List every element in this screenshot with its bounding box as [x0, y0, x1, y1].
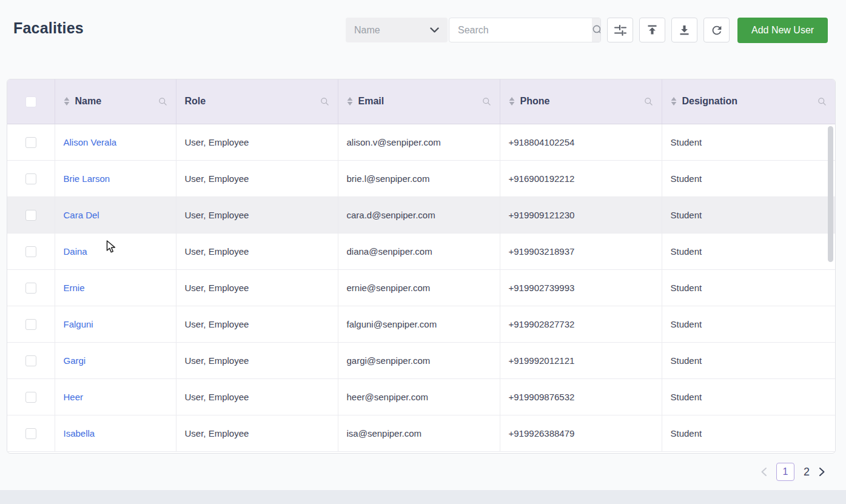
- email-cell: falguni@senpiper.com: [338, 306, 500, 342]
- user-name-link[interactable]: Ernie: [64, 283, 85, 293]
- email-cell: gargi@senpiper.com: [338, 342, 500, 378]
- upload-icon: [646, 24, 659, 36]
- designation-cell: Student: [662, 233, 835, 269]
- sort-icon[interactable]: [347, 97, 353, 106]
- column-header-email[interactable]: Email: [358, 96, 384, 107]
- pagination-prev-icon[interactable]: [760, 467, 767, 477]
- dropdown-selected-value: Name: [354, 25, 380, 36]
- chevron-down-icon: [430, 27, 439, 33]
- role-cell: User, Employee: [176, 197, 338, 233]
- table-row[interactable]: Alison Verala User, Employee alison.v@se…: [7, 124, 835, 160]
- role-cell: User, Employee: [176, 269, 338, 306]
- user-name-link[interactable]: Cara Del: [64, 210, 99, 220]
- phone-cell: +919909121230: [500, 197, 662, 233]
- email-cell: diana@senpiper.com: [338, 233, 500, 269]
- user-name-link[interactable]: Alison Verala: [64, 137, 117, 147]
- pagination-page-1[interactable]: 1: [776, 463, 794, 481]
- designation-cell: Student: [662, 415, 835, 451]
- email-cell: alison.v@senpiper.com: [338, 124, 500, 160]
- row-checkbox[interactable]: [25, 246, 36, 257]
- sort-icon[interactable]: [509, 97, 515, 106]
- role-cell: User, Employee: [176, 342, 338, 378]
- user-name-link[interactable]: Heer: [64, 392, 84, 402]
- row-checkbox[interactable]: [25, 355, 36, 366]
- table-row[interactable]: Heer User, Employee heer@senpiper.com +9…: [7, 378, 835, 415]
- column-search-icon[interactable]: [644, 97, 653, 106]
- vertical-scrollbar[interactable]: [827, 125, 834, 452]
- refresh-icon: [710, 24, 723, 37]
- toolbar: Name Add New User: [346, 18, 828, 43]
- table-row[interactable]: Brie Larson User, Employee brie.l@senpip…: [7, 160, 835, 197]
- designation-cell: Student: [662, 160, 835, 197]
- search-box: [449, 18, 601, 42]
- user-name-link[interactable]: Gargi: [64, 355, 86, 366]
- sort-icon[interactable]: [64, 97, 70, 106]
- upload-button[interactable]: [639, 18, 665, 42]
- designation-cell: Student: [662, 342, 835, 378]
- search-field-dropdown[interactable]: Name: [346, 18, 448, 42]
- user-name-link[interactable]: Falguni: [64, 319, 93, 329]
- user-name-link[interactable]: Brie Larson: [64, 173, 110, 184]
- users-table: Name Role Email Phone: [7, 79, 836, 454]
- refresh-button[interactable]: [703, 18, 730, 42]
- role-cell: User, Employee: [176, 124, 338, 160]
- search-icon: [592, 24, 601, 36]
- phone-cell: +919902739993: [500, 269, 662, 306]
- row-checkbox[interactable]: [25, 137, 36, 148]
- table-row[interactable]: Gargi User, Employee gargi@senpiper.com …: [7, 342, 835, 378]
- email-cell: cara.d@senpiper.com: [338, 197, 500, 233]
- table-row[interactable]: Falguni User, Employee falguni@senpiper.…: [7, 306, 835, 342]
- row-checkbox[interactable]: [25, 283, 36, 294]
- column-search-icon[interactable]: [158, 97, 167, 106]
- column-search-icon[interactable]: [482, 97, 491, 106]
- table-row[interactable]: Cara Del User, Employee cara.d@senpiper.…: [7, 197, 835, 233]
- scrollbar-thumb[interactable]: [828, 126, 833, 262]
- designation-cell: Student: [662, 378, 835, 415]
- role-cell: User, Employee: [176, 233, 338, 269]
- designation-cell: Student: [662, 269, 835, 306]
- designation-cell: Student: [662, 197, 835, 233]
- designation-cell: Student: [662, 124, 835, 160]
- phone-cell: +919909876532: [500, 378, 662, 415]
- column-search-icon[interactable]: [817, 97, 827, 106]
- phone-cell: +918804102254: [500, 124, 662, 160]
- filter-settings-icon: [614, 24, 627, 36]
- table-row[interactable]: Isabella User, Employee isa@senpiper.com…: [7, 415, 835, 451]
- row-checkbox[interactable]: [25, 210, 36, 221]
- email-cell: isa@senpiper.com: [338, 415, 500, 451]
- email-cell: ernie@senpiper.com: [338, 269, 500, 306]
- user-name-link[interactable]: Isabella: [64, 428, 95, 438]
- table-row[interactable]: Ernie User, Employee ernie@senpiper.com …: [7, 269, 835, 306]
- phone-cell: +919926388479: [500, 415, 662, 451]
- row-checkbox[interactable]: [25, 319, 36, 330]
- row-checkbox[interactable]: [25, 173, 36, 184]
- filter-settings-button[interactable]: [607, 18, 633, 42]
- download-button[interactable]: [671, 18, 697, 42]
- select-all-checkbox[interactable]: [25, 96, 36, 107]
- main-card: Facalities Name Add New User: [0, 0, 846, 490]
- table-header-row: Name Role Email Phone: [7, 79, 835, 124]
- phone-cell: +916900192212: [500, 160, 662, 197]
- sort-icon[interactable]: [671, 97, 677, 106]
- column-header-phone[interactable]: Phone: [520, 96, 550, 107]
- search-input[interactable]: [449, 18, 592, 42]
- phone-cell: +919902827732: [500, 306, 662, 342]
- add-user-button[interactable]: Add New User: [737, 18, 828, 43]
- user-name-link[interactable]: Daina: [64, 246, 87, 257]
- designation-cell: Student: [662, 306, 835, 342]
- column-search-icon[interactable]: [320, 97, 329, 106]
- pagination: 1 2: [760, 463, 825, 481]
- pagination-page-2[interactable]: 2: [804, 466, 810, 479]
- pagination-next-icon[interactable]: [819, 467, 825, 477]
- email-cell: heer@senpiper.com: [338, 378, 500, 415]
- column-header-designation[interactable]: Designation: [682, 96, 738, 107]
- column-header-role[interactable]: Role: [185, 96, 206, 107]
- table-row[interactable]: Daina User, Employee diana@senpiper.com …: [7, 233, 835, 269]
- phone-cell: +919992012121: [500, 342, 662, 378]
- search-button[interactable]: [592, 18, 601, 42]
- row-checkbox[interactable]: [25, 428, 36, 439]
- row-checkbox[interactable]: [25, 392, 36, 403]
- email-cell: brie.l@senpiper.com: [338, 160, 500, 197]
- role-cell: User, Employee: [176, 415, 338, 451]
- column-header-name[interactable]: Name: [75, 96, 102, 107]
